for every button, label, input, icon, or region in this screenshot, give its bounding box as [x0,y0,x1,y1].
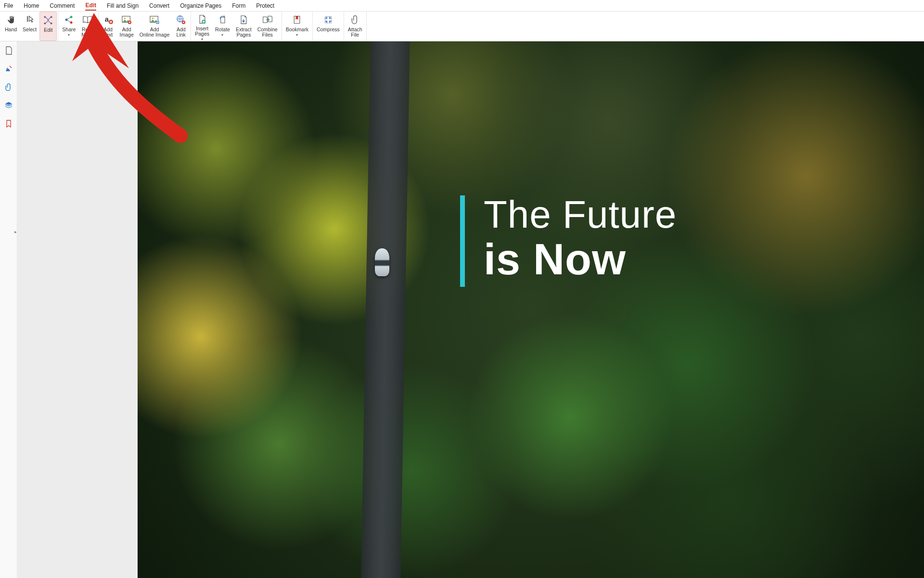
headline-line-1: The Future [484,195,677,234]
read-mode-button[interactable]: Read Mode [78,12,97,41]
compress-label: Compress [317,27,340,32]
svg-text:a: a [104,15,109,23]
compress-button[interactable]: Compress [314,12,343,41]
bookmark-icon [292,14,302,25]
headline-line-2: is Now [484,238,677,281]
extract-pages-button[interactable]: Extract Pages [233,12,255,41]
ribbon-toolbar: Hand Select Edit Share ▾ Read M [0,12,924,41]
share-label: Share [62,27,76,32]
bookmarks-rail-icon[interactable] [4,119,13,128]
book-open-icon [82,14,93,25]
compress-icon [323,14,334,25]
bookmark-button[interactable]: Bookmark ▾ [283,12,311,41]
edit-tool-button[interactable]: Edit [39,12,57,41]
add-image-button[interactable]: Add Image [117,12,137,41]
attach-file-label: Attach File [348,27,362,38]
left-nav-rail: ▸ [0,41,17,578]
insert-pages-button[interactable]: Insert Pages ▾ [192,12,212,41]
add-text-icon: a [103,14,114,25]
rotate-label: Rotate [215,27,230,32]
svg-rect-18 [325,16,331,23]
select-tool-button[interactable]: Select [20,12,39,41]
share-button[interactable]: Share ▾ [59,12,78,41]
edit-nodes-icon [43,15,53,26]
add-link-button[interactable]: Add Link [172,12,190,41]
extract-page-icon [238,14,249,25]
headline-accent-bar [460,195,465,287]
link-globe-icon [176,14,186,25]
select-label: Select [23,27,37,32]
insert-page-icon [197,14,207,24]
layers-icon[interactable] [4,101,13,110]
chevron-down-icon: ▾ [221,33,223,37]
paperclip-icon [350,14,360,25]
menu-comment[interactable]: Comment [50,1,75,10]
menu-home[interactable]: Home [24,1,39,10]
rotate-button[interactable]: Rotate ▾ [212,12,233,41]
image-icon [121,14,132,25]
svg-point-10 [124,17,126,19]
chevron-down-icon: ▾ [68,33,70,37]
read-mode-label: Read Mode [81,27,94,38]
combine-files-icon [262,14,273,25]
extract-pages-label: Extract Pages [236,27,252,38]
svg-point-6 [70,21,73,24]
online-image-icon [149,14,160,25]
attach-file-button[interactable]: Attach File [345,12,365,41]
insert-pages-label: Insert Pages [195,26,209,37]
chevron-down-icon: ▾ [201,37,203,41]
rotate-icon [217,14,228,25]
annotations-icon[interactable] [4,64,13,73]
add-link-label: Add Link [177,27,186,38]
add-online-image-button[interactable]: Add Online Image [137,12,172,41]
svg-point-4 [65,19,68,21]
hand-icon [6,14,16,25]
menu-fill-and-sign[interactable]: Fill and Sign [107,1,139,10]
chevron-down-icon: ▾ [296,33,298,37]
combine-files-button[interactable]: Combine Files [255,12,281,41]
thumbnail-panel [17,41,138,578]
attachments-rail-icon[interactable] [4,83,13,91]
edit-label: Edit [44,27,52,33]
page-thumbnails-icon[interactable] [4,46,13,55]
add-text-button[interactable]: a Add Text [100,12,117,41]
menu-edit[interactable]: Edit [85,1,96,11]
combine-files-label: Combine Files [257,27,278,38]
hand-label: Hand [5,27,17,32]
svg-point-13 [152,17,154,19]
menu-protect[interactable]: Protect [256,1,274,10]
add-text-label: Add Text [103,27,113,38]
share-icon [64,14,74,25]
menu-convert[interactable]: Convert [149,1,169,10]
menu-file[interactable]: File [4,1,13,10]
add-online-image-label: Add Online Image [140,27,169,38]
document-canvas[interactable]: The Future is Now [138,41,924,578]
add-image-label: Add Image [120,27,134,38]
expand-panel-icon[interactable]: ▸ [14,229,19,236]
cursor-icon [25,14,35,25]
headline-text: The Future is Now [484,195,677,281]
menu-form[interactable]: Form [232,1,245,10]
hand-tool-button[interactable]: Hand [2,12,20,41]
svg-point-5 [70,16,73,18]
bookmark-label: Bookmark [286,27,308,32]
menu-organize-pages[interactable]: Organize Pages [180,1,221,10]
car-graphic [375,248,389,276]
menu-bar: File Home Comment Edit Fill and Sign Con… [0,0,924,12]
forest-aerial-image [138,41,924,578]
